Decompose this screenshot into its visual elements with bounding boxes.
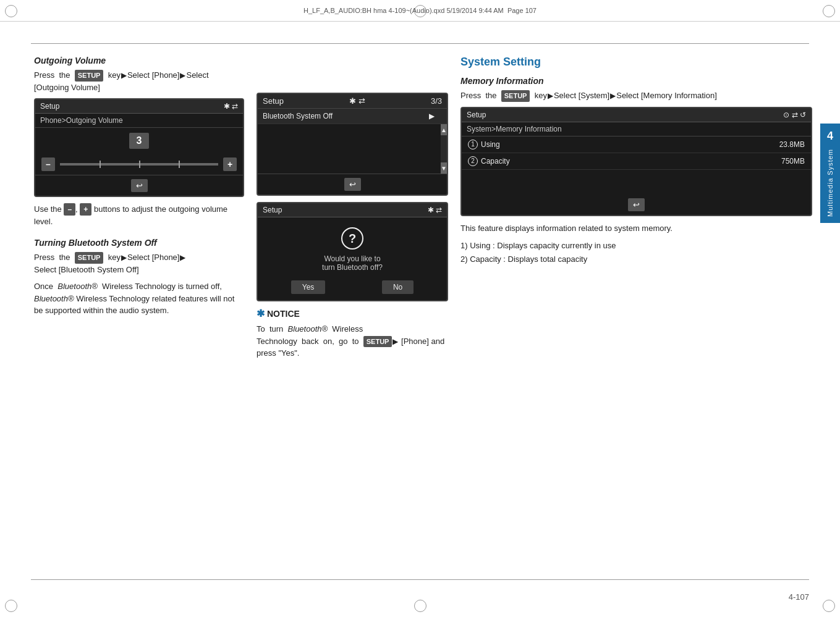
- bt-list-scrollbar[interactable]: ▲ ▼: [441, 124, 447, 174]
- turning-off-once-text: Once Bluetooth® Wireless Technology is t…: [34, 280, 244, 317]
- mem-screen-header: Setup ⊙ ⇄ ↺: [462, 108, 811, 122]
- crosshair-center-bottom: [414, 600, 426, 612]
- mem-row-2-value: 750MB: [781, 157, 805, 166]
- minus-inline: –: [64, 203, 75, 216]
- memory-description: This feature displays information relate…: [460, 222, 812, 235]
- mem-row-1-text: Using: [481, 140, 500, 149]
- memory-info-instruction: Press the SETUP key▶Select [System]▶Sele…: [460, 90, 812, 102]
- bt-dialog-header-icons: ✱ ⇄: [428, 206, 442, 214]
- bt-list-empty-area: ▲ ▼: [258, 124, 447, 174]
- setup-badge-2: SETUP: [75, 252, 104, 264]
- minus-button[interactable]: –: [41, 157, 55, 171]
- top-separator: [31, 43, 809, 44]
- mem-row-1: 1 Using 23.8MB: [462, 136, 811, 153]
- mem-back-row: ↩: [462, 195, 811, 215]
- mem-header-left: Setup: [467, 111, 486, 119]
- plus-inline: +: [80, 203, 91, 216]
- mem-row-2-text: Capacity: [481, 157, 510, 166]
- setup-badge-1: SETUP: [75, 70, 104, 82]
- bt-list-item: Bluetooth System Off ▶: [258, 109, 447, 124]
- crosshair-bottom-right: [823, 600, 835, 612]
- mem-back-icon[interactable]: ↩: [628, 198, 645, 211]
- memory-list: 1) Using : Displays capacity currently i…: [460, 239, 812, 266]
- plus-button[interactable]: +: [223, 157, 237, 171]
- bt-list-header-icons: ✱ ⇄: [349, 96, 365, 106]
- vol-header-left: Setup: [40, 102, 59, 111]
- outgoing-volume-section: Outgoing Volume Press the SETUP key▶Sele…: [34, 56, 244, 228]
- slider-track: [60, 163, 218, 166]
- bt-list-page-num: 3/3: [431, 96, 442, 106]
- right-column: System Setting Memory Information Press …: [460, 56, 812, 267]
- scrollbar-up-icon[interactable]: ▲: [441, 124, 447, 135]
- vol-slider-row: – +: [35, 154, 243, 175]
- header-date: 5/19/2014: [446, 7, 477, 14]
- bt-dialog-buttons: Yes No: [263, 280, 442, 294]
- mem-header-icons: ⊙ ⇄ ↺: [783, 111, 806, 119]
- left-column: Outgoing Volume Press the SETUP key▶Sele…: [34, 56, 244, 322]
- memory-list-item-1: 1) Using : Displays capacity currently i…: [460, 239, 812, 253]
- bt-list-arrow: ▶: [429, 112, 435, 120]
- scrollbar-down-icon[interactable]: ▼: [441, 162, 447, 174]
- turning-off-section: Turning Bluetooth System Off Press the S…: [34, 238, 244, 317]
- mem-row-2: 2 Capacity 750MB: [462, 153, 811, 170]
- turning-off-title: Turning Bluetooth System Off: [34, 238, 244, 248]
- crosshair-bottom-left: [5, 600, 17, 612]
- bt-dialog-header-left: Setup: [263, 206, 282, 214]
- memory-info-section: Memory Information Press the SETUP key▶S…: [460, 76, 812, 267]
- bt-list-screen: Setup ✱ ⇄ 3/3 Bluetooth System Off ▶ ▲ ▼…: [257, 93, 448, 196]
- bt-dialog-yes-button[interactable]: Yes: [291, 280, 326, 294]
- turning-off-instruction: Press the SETUP key▶Select [Phone]▶Selec…: [34, 251, 244, 275]
- main-content: Outgoing Volume Press the SETUP key▶Sele…: [34, 49, 812, 574]
- scrollbar-track: [441, 135, 447, 162]
- bt-dialog-body: ? Would you like toturn Bluetooth off? Y…: [258, 217, 447, 300]
- setup-badge-3: SETUP: [501, 90, 530, 102]
- bottom-separator: [31, 579, 809, 580]
- outgoing-volume-instruction: Press the SETUP key▶Select [Phone]▶Selec…: [34, 69, 244, 93]
- notice-label: NOTICE: [267, 309, 300, 319]
- side-tab-number: 4: [827, 130, 833, 143]
- vol-number-box: 3: [129, 133, 150, 149]
- vol-header-icons: ✱ ⇄: [224, 102, 238, 111]
- notice-section: ✱ NOTICE To turn Bluetooth® Wireless Tec…: [257, 308, 448, 359]
- memory-screen: Setup ⊙ ⇄ ↺ System>Memory Information 1 …: [460, 107, 812, 216]
- vol-use-text: Use the –, + buttons to adjust the outgo…: [34, 203, 244, 228]
- memory-list-item-2: 2) Capacity : Displays total capacity: [460, 253, 812, 266]
- header-bar: H_LF_A,B_AUDIO:BH hma 4-109~(Audio).qxd …: [0, 0, 840, 22]
- bt-dialog-text: Would you like toturn Bluetooth off?: [322, 254, 383, 272]
- outgoing-volume-title: Outgoing Volume: [34, 56, 244, 65]
- notice-text: To turn Bluetooth® Wireless Technology b…: [257, 323, 448, 359]
- side-tab: 4 Multimedia System: [820, 124, 840, 223]
- question-circle-icon: ?: [341, 227, 363, 250]
- mem-circle-2: 2: [468, 156, 478, 166]
- bt-list-back-icon[interactable]: ↩: [344, 178, 361, 191]
- mem-subheader: System>Memory Information: [462, 122, 811, 136]
- vol-number-row: 3: [35, 128, 243, 154]
- mem-row-1-value: 23.8MB: [779, 140, 805, 149]
- slider-tick-1: [100, 161, 101, 168]
- header-page-label: Page 107: [507, 7, 537, 14]
- memory-info-title: Memory Information: [460, 76, 812, 86]
- header-filename: H_LF_A,B_AUDIO:BH hma 4-109~(Audio).qxd: [303, 7, 444, 14]
- bt-dialog-header: Setup ✱ ⇄: [258, 203, 447, 217]
- page-number: 4-107: [789, 592, 809, 602]
- volume-screen: Setup ✱ ⇄ Phone>Outgoing Volume 3 – +: [34, 98, 244, 197]
- slider-tick-2: [139, 161, 140, 168]
- mem-empty-area: [462, 170, 811, 195]
- bt-dialog-no-button[interactable]: No: [382, 280, 414, 294]
- vol-back-icon[interactable]: ↩: [131, 179, 148, 192]
- vol-back-row: ↩: [35, 175, 243, 196]
- mem-row-1-label: 1 Using: [468, 140, 500, 149]
- system-setting-title: System Setting: [460, 56, 812, 69]
- bt-list-back-row: ↩: [258, 174, 447, 195]
- bt-list-item-label: Bluetooth System Off: [263, 112, 333, 120]
- bt-list-header: Setup ✱ ⇄ 3/3: [258, 94, 447, 109]
- setup-badge-notice: SETUP: [363, 336, 392, 348]
- header-time: 9:44 AM: [478, 7, 503, 14]
- bt-list-header-left: Setup: [263, 96, 284, 106]
- side-tab-text: Multimedia System: [826, 149, 834, 217]
- notice-star-icon: ✱: [257, 308, 265, 319]
- middle-column: Setup ✱ ⇄ 3/3 Bluetooth System Off ▶ ▲ ▼…: [257, 56, 448, 359]
- mem-circle-1: 1: [468, 140, 478, 149]
- mem-row-2-label: 2 Capacity: [468, 156, 510, 166]
- bt-dialog-screen: Setup ✱ ⇄ ? Would you like toturn Blueto…: [257, 202, 448, 301]
